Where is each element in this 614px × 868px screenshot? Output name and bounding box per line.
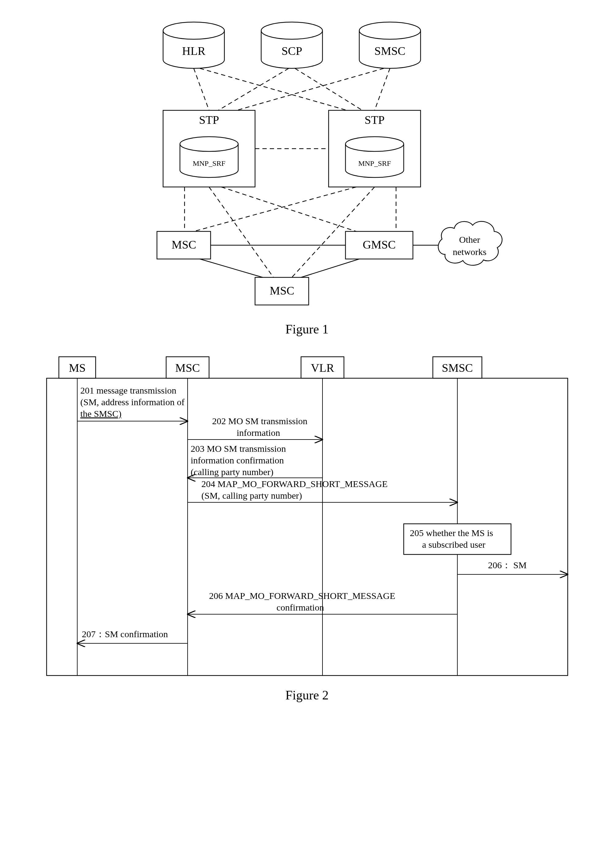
smsc-label2: SMSC (442, 361, 473, 374)
m203-l1: 203 MO SM transmission (191, 443, 286, 454)
msc-bottom-label: MSC (270, 284, 294, 297)
msc-left-label: MSC (171, 238, 196, 251)
smsc-label: SMSC (374, 45, 405, 57)
svg-point-3 (261, 22, 323, 39)
link-scp-stp-right (295, 68, 362, 110)
link-hlr-stp-right (200, 68, 347, 110)
hlr-label: HLR (182, 45, 206, 57)
m203-l3: (calling party number) (191, 467, 273, 477)
m204-l1: 204 MAP_MO_FORWARD_SHORT_MESSAGE (202, 479, 388, 489)
figure-1-caption: Figure 1 (12, 322, 602, 336)
msc-bottom-box: MSC (255, 277, 309, 305)
m205-box: 205 whether the MS is a subscribed user (404, 524, 511, 555)
m206c-l1: 206 MAP_MO_FORWARD_SHORT_MESSAGE (209, 591, 395, 601)
stp-left-label: STP (199, 113, 219, 126)
lifeline-vlr: VLR (301, 357, 344, 676)
link-smsc-stp-left (237, 68, 384, 110)
scp-cylinder: SCP (261, 22, 323, 68)
m201-l3: the SMSC) (80, 409, 121, 419)
stp-right-box: STP MNP_SRF (329, 110, 420, 187)
link-gmsc-mscb (301, 259, 359, 277)
stp-left-box: STP MNP_SRF (163, 110, 255, 187)
m206c-l2: confirmation (276, 602, 324, 612)
m205-l2: a subscribed user (422, 539, 485, 550)
link-mscl-mscb (200, 259, 263, 277)
m201-l1: 201 message transmission (80, 385, 176, 395)
smsc-cylinder: SMSC (359, 22, 420, 68)
ms-label: MS (69, 361, 85, 374)
cloud-line2: networks (453, 247, 487, 257)
svg-point-6 (359, 22, 420, 39)
mnp-srf-left-label: MNP_SRF (192, 160, 225, 167)
figure-2-caption: Figure 2 (12, 688, 602, 702)
scp-label: SCP (281, 45, 302, 57)
lifeline-smsc: SMSC (433, 357, 482, 676)
svg-point-14 (346, 137, 404, 152)
svg-point-0 (163, 22, 224, 39)
vlr-label: VLR (311, 361, 335, 374)
m201-l2: (SM, address information of (80, 397, 185, 407)
other-networks-cloud: Other networks (438, 221, 502, 265)
figure-1-svg: HLR SCP SMSC STP MNP_SRF STP MNP_SRF (93, 12, 522, 319)
m205-l1: 205 whether the MS is (410, 528, 493, 538)
link-stpr-mscl (194, 187, 356, 231)
link-stpl-mscb (209, 187, 273, 277)
gmsc-label: GMSC (363, 238, 396, 251)
m202-l1: 202 MO SM transmission (212, 416, 307, 426)
m204-l2: (SM, calling party number) (202, 490, 302, 501)
msc-label2: MSC (175, 361, 200, 374)
m207: 207：SM confirmation (82, 629, 168, 639)
m202-l2: information (237, 428, 280, 438)
link-stpl-gmsc (221, 187, 356, 231)
hlr-cylinder: HLR (163, 22, 224, 68)
gmsc-box: GMSC (346, 231, 413, 259)
stp-right-label: STP (364, 113, 385, 126)
cloud-line1: Other (459, 234, 480, 245)
link-scp-stp-left (218, 68, 289, 110)
link-smsc-stp-right (375, 68, 390, 110)
link-hlr-stp-left (194, 68, 209, 110)
m206-right: 206： SM (488, 560, 527, 570)
mnp-srf-right-label: MNP_SRF (358, 160, 391, 167)
figure-2-svg: MS MSC VLR SMSC 201 message transmission… (31, 347, 583, 685)
msc-left-box: MSC (157, 231, 211, 259)
svg-point-10 (180, 137, 238, 152)
m203-l2: information confirmation (191, 455, 284, 465)
